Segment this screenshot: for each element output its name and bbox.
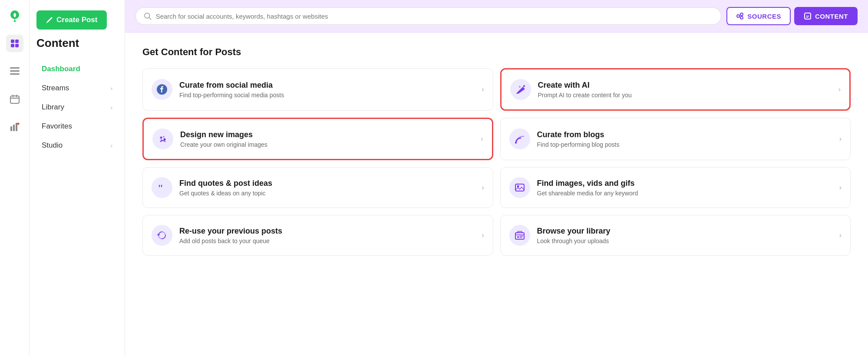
create-post-button[interactable]: Create Post xyxy=(36,10,107,30)
reuse-posts-chevron: › xyxy=(482,231,484,239)
svg-point-31 xyxy=(517,236,519,238)
sources-label: SOURCES xyxy=(747,13,781,20)
card-curate-blogs[interactable]: Curate from blogs Find top-performing bl… xyxy=(500,118,851,160)
svg-rect-5 xyxy=(15,44,19,47)
svg-point-22 xyxy=(160,137,162,139)
curate-blogs-text: Curate from blogs Find top-performing bl… xyxy=(537,130,832,148)
svg-rect-4 xyxy=(11,44,14,47)
sidebar-title: Content xyxy=(36,36,118,50)
svg-point-20 xyxy=(523,85,525,87)
svg-point-21 xyxy=(158,135,167,143)
sidebar-item-studio-label: Studio xyxy=(42,141,63,150)
svg-point-14 xyxy=(145,13,150,18)
curate-social-title: Curate from social media xyxy=(179,81,475,90)
browse-library-text: Browse your library Look through your up… xyxy=(537,227,832,244)
find-images-text: Find images, vids and gifs Get shareable… xyxy=(537,179,832,197)
card-find-quotes[interactable]: " Find quotes & post ideas Get quotes & … xyxy=(142,167,493,208)
sidebar-item-favorites[interactable]: Favorites xyxy=(36,118,118,135)
create-ai-title: Create with AI xyxy=(538,81,832,90)
svg-rect-6 xyxy=(10,67,20,69)
svg-point-23 xyxy=(163,136,165,138)
svg-point-1 xyxy=(13,13,16,16)
svg-rect-3 xyxy=(15,40,19,43)
find-images-title: Find images, vids and gifs xyxy=(537,179,832,188)
card-reuse-posts[interactable]: Re-use your previous posts Add old posts… xyxy=(142,215,493,256)
create-ai-icon xyxy=(510,79,531,100)
find-quotes-icon: " xyxy=(152,177,172,198)
content-button[interactable]: CONTENT xyxy=(794,7,858,25)
icon-bar xyxy=(0,0,30,356)
svg-rect-12 xyxy=(16,123,17,131)
card-browse-library[interactable]: Browse your library Look through your up… xyxy=(500,215,851,256)
calendar-nav-icon[interactable] xyxy=(6,90,23,108)
svg-text:": " xyxy=(158,182,163,193)
svg-point-15 xyxy=(737,15,739,17)
sidebar-item-library-label: Library xyxy=(42,103,64,112)
reuse-posts-title: Re-use your previous posts xyxy=(179,227,475,236)
find-images-icon xyxy=(509,177,530,198)
svg-point-13 xyxy=(17,123,19,125)
analytics-nav-icon[interactable] xyxy=(6,118,23,135)
svg-point-29 xyxy=(517,185,519,188)
browse-library-icon xyxy=(509,225,530,246)
reuse-posts-desc: Add old posts back to your queue xyxy=(179,237,475,244)
card-curate-social[interactable]: Curate from social media Find top-perfor… xyxy=(142,68,493,111)
svg-point-16 xyxy=(740,13,743,16)
curate-social-icon xyxy=(152,79,172,100)
reuse-posts-icon xyxy=(152,225,172,246)
design-images-icon xyxy=(152,129,173,149)
search-bar xyxy=(135,7,721,25)
content-label: CONTENT xyxy=(815,13,848,20)
find-quotes-desc: Get quotes & ideas on any topic xyxy=(179,190,475,197)
design-images-chevron: › xyxy=(481,135,483,143)
content-icon xyxy=(804,12,812,20)
svg-rect-2 xyxy=(11,40,14,43)
create-ai-chevron: › xyxy=(838,86,841,93)
card-design-images[interactable]: Design new images Create your own origin… xyxy=(142,118,493,160)
curate-social-chevron: › xyxy=(482,86,484,93)
find-quotes-text: Find quotes & post ideas Get quotes & id… xyxy=(179,179,475,197)
browse-library-desc: Look through your uploads xyxy=(537,237,832,244)
svg-point-26 xyxy=(515,142,517,144)
sidebar-item-dashboard-label: Dashboard xyxy=(42,65,80,73)
section-title: Get Content for Posts xyxy=(142,46,851,58)
reuse-posts-text: Re-use your previous posts Add old posts… xyxy=(179,227,475,244)
svg-rect-11 xyxy=(13,125,15,131)
curate-blogs-title: Curate from blogs xyxy=(537,130,832,139)
streams-chevron-icon: › xyxy=(111,85,112,92)
app-logo[interactable] xyxy=(6,7,23,24)
library-chevron-icon: › xyxy=(111,104,112,111)
search-icon xyxy=(144,12,152,20)
cards-grid: Curate from social media Find top-perfor… xyxy=(142,68,851,256)
topbar-buttons: SOURCES CONTENT xyxy=(726,7,858,25)
svg-rect-28 xyxy=(515,184,524,191)
create-ai-desc: Prompt AI to create content for you xyxy=(538,92,832,99)
sidebar-item-streams[interactable]: Streams › xyxy=(36,79,118,97)
create-post-label: Create Post xyxy=(56,16,97,24)
streams-nav-icon[interactable] xyxy=(6,63,23,80)
sidebar-item-studio[interactable]: Studio › xyxy=(36,137,118,154)
create-ai-text: Create with AI Prompt AI to create conte… xyxy=(538,81,832,99)
design-images-text: Design new images Create your own origin… xyxy=(180,130,474,148)
design-images-desc: Create your own original images xyxy=(180,141,474,148)
browse-library-title: Browse your library xyxy=(537,227,832,236)
find-images-desc: Get shareable media for any keyword xyxy=(537,190,832,197)
curate-social-text: Curate from social media Find top-perfor… xyxy=(179,81,475,99)
curate-blogs-desc: Find top-performing blog posts xyxy=(537,141,832,148)
content-nav-icon[interactable] xyxy=(6,35,23,52)
sources-button[interactable]: SOURCES xyxy=(726,7,791,25)
search-input[interactable] xyxy=(156,13,713,20)
find-quotes-title: Find quotes & post ideas xyxy=(179,179,475,188)
topbar: SOURCES CONTENT xyxy=(125,0,868,33)
sidebar-item-dashboard[interactable]: Dashboard xyxy=(36,60,118,78)
svg-point-17 xyxy=(740,16,743,19)
curate-blogs-icon xyxy=(509,129,530,149)
sidebar-item-library[interactable]: Library › xyxy=(36,99,118,116)
card-find-images[interactable]: Find images, vids and gifs Get shareable… xyxy=(500,167,851,208)
sidebar-header: Create Post xyxy=(36,10,118,30)
curate-blogs-chevron: › xyxy=(839,135,842,143)
card-create-ai[interactable]: Create with AI Prompt AI to create conte… xyxy=(500,68,851,111)
svg-point-24 xyxy=(164,138,166,141)
find-images-chevron: › xyxy=(839,184,842,191)
sidebar-item-streams-label: Streams xyxy=(42,84,69,92)
